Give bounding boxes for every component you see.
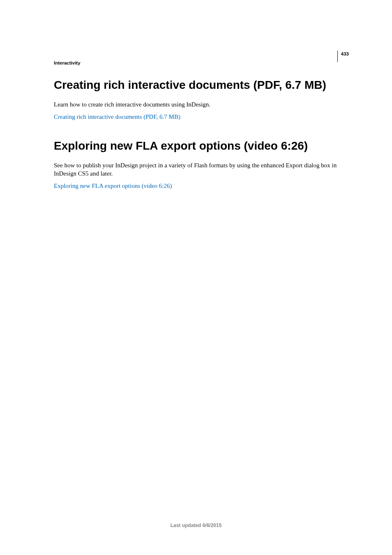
page-number: 433 [337, 51, 349, 62]
footer-last-updated: Last updated 6/6/2015 [0, 523, 392, 528]
link-exploring-new-fla-export-options[interactable]: Exploring new FLA export options (video … [54, 183, 172, 189]
document-page: 433 Interactivity Creating rich interact… [0, 0, 392, 555]
chapter-label: Interactivity [54, 60, 81, 65]
body-text: Learn how to create rich interactive doc… [54, 100, 338, 109]
heading-creating-rich-interactive-documents: Creating rich interactive documents (PDF… [54, 78, 338, 92]
body-text: See how to publish your InDesign project… [54, 161, 338, 178]
page-content: Creating rich interactive documents (PDF… [54, 78, 338, 194]
link-creating-rich-interactive-documents[interactable]: Creating rich interactive documents (PDF… [54, 113, 180, 120]
heading-exploring-new-fla-export-options: Exploring new FLA export options (video … [54, 139, 338, 153]
